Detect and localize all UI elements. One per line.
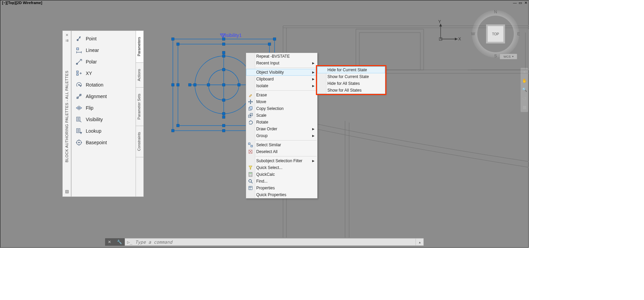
- submenu-item-show-for-current-state[interactable]: Show for Current State: [317, 73, 385, 80]
- minimize-button[interactable]: —: [512, 1, 517, 5]
- palette-item-xy[interactable]: XY: [73, 68, 134, 79]
- close-button[interactable]: ✕: [523, 1, 528, 5]
- grip[interactable]: [188, 83, 191, 86]
- svg-point-49: [249, 175, 250, 176]
- grip[interactable]: [222, 83, 225, 86]
- submenu-arrow-icon: ▶: [312, 126, 315, 132]
- grip[interactable]: [222, 129, 225, 132]
- ucs-icon[interactable]: X Y: [437, 22, 461, 47]
- submenu-item-show-for-all-states[interactable]: Show for All States: [317, 87, 385, 94]
- nav-showmotion-icon[interactable]: ▦: [522, 105, 527, 110]
- viewcube[interactable]: N S E W TOP: [472, 10, 519, 58]
- palette-pin-icon[interactable]: ⇉: [64, 38, 69, 43]
- menu-item-erase[interactable]: Erase: [246, 92, 317, 98]
- navigation-bar: ⌖ ✋ 🔍 ⭯ ▦: [521, 68, 528, 112]
- command-customize-icon[interactable]: 🔧: [117, 240, 122, 244]
- maximize-button[interactable]: ▭: [518, 1, 523, 5]
- menu-item-draw-order[interactable]: Draw Order▶: [246, 126, 317, 132]
- svg-rect-52: [249, 186, 252, 190]
- menu-item-rotate[interactable]: Rotate: [246, 119, 317, 126]
- menu-item-quickcalc[interactable]: QuickCalc: [246, 171, 317, 178]
- grip[interactable]: [172, 83, 174, 86]
- palette-tab-actions[interactable]: Actions: [136, 63, 143, 88]
- submenu-arrow-icon: ▶: [312, 76, 315, 82]
- selsim-icon: [248, 142, 253, 148]
- grip[interactable]: [172, 129, 174, 132]
- grip[interactable]: [222, 55, 225, 57]
- palette-handle[interactable]: ✕ ⇉ BLOCK AUTHORING PALETTES - ALL PALET…: [62, 31, 71, 197]
- palette-item-flip[interactable]: Flip: [73, 102, 134, 114]
- menu-item-object-visibility[interactable]: Object Visibility▶: [246, 69, 317, 76]
- menu-item-scale[interactable]: Scale: [246, 112, 317, 119]
- erase-icon: [248, 92, 253, 98]
- menu-item-quick-properties[interactable]: Quick Properties: [246, 191, 317, 198]
- grip[interactable]: [238, 83, 240, 86]
- palette-item-alignment[interactable]: Alignment: [73, 91, 134, 102]
- grip[interactable]: [177, 83, 179, 86]
- grip[interactable]: [268, 43, 271, 45]
- viewcube-west[interactable]: W: [471, 32, 475, 36]
- context-menu: Repeat -BVSTATERecent Input▶Object Visib…: [246, 53, 318, 199]
- submenu-item-hide-for-all-states[interactable]: Hide for All States: [317, 80, 385, 87]
- viewcube-east[interactable]: E: [517, 32, 520, 36]
- menu-item-properties[interactable]: Properties: [246, 185, 317, 191]
- grip[interactable]: [177, 124, 179, 127]
- palette-tab-parameter-sets[interactable]: Parameter Sets: [136, 88, 143, 126]
- grip[interactable]: [222, 51, 225, 54]
- grip[interactable]: [222, 43, 225, 45]
- visibility-parameter-label[interactable]: Visibility1: [222, 33, 242, 38]
- palette-close-icon[interactable]: ✕: [64, 33, 69, 38]
- submenu-item-hide-for-current-state[interactable]: Hide for Current State: [317, 67, 385, 73]
- nav-pan-icon[interactable]: ✋: [522, 78, 527, 84]
- command-input[interactable]: [135, 239, 414, 245]
- grip[interactable]: [194, 83, 196, 86]
- svg-marker-33: [250, 103, 251, 104]
- palette-item-rotation[interactable]: Rotation: [73, 79, 134, 91]
- menu-item-repeat-bvstate[interactable]: Repeat -BVSTATE: [246, 53, 317, 60]
- grip[interactable]: [222, 112, 225, 115]
- palette-tab-constraints[interactable]: Constraints: [136, 126, 143, 157]
- svg-point-24: [79, 142, 80, 143]
- menu-item-group[interactable]: Group▶: [246, 132, 317, 139]
- grip[interactable]: [222, 99, 225, 101]
- menu-item-find[interactable]: Find...: [246, 178, 317, 185]
- menu-item-clipboard[interactable]: Clipboard▶: [246, 76, 317, 82]
- menu-item-copy-selection[interactable]: Copy Selection: [246, 105, 317, 112]
- viewport-label[interactable]: [−][Top][2D Wireframe]: [1, 1, 42, 5]
- viewcube-face-top[interactable]: TOP: [487, 26, 504, 42]
- wcs-dropdown[interactable]: WCS: [500, 54, 517, 59]
- menu-item-recent-input[interactable]: Recent Input▶: [246, 60, 317, 67]
- palette-item-polar[interactable]: Polar: [73, 56, 134, 68]
- command-close-icon[interactable]: ✕: [108, 240, 111, 244]
- palette-tab-parameters[interactable]: Parameters: [136, 31, 143, 63]
- grip[interactable]: [222, 116, 225, 118]
- palette-item-visibility[interactable]: Visibility: [73, 114, 134, 125]
- grip[interactable]: [172, 38, 174, 40]
- svg-marker-22: [80, 132, 82, 134]
- menu-item-move[interactable]: Move: [246, 98, 317, 105]
- palette-item-lookup[interactable]: Lookup: [73, 125, 134, 137]
- svg-point-50: [251, 175, 251, 176]
- command-recent-button[interactable]: ▴: [416, 238, 424, 246]
- viewcube-south[interactable]: S: [494, 54, 497, 58]
- grip[interactable]: [177, 43, 179, 45]
- palette-options-icon[interactable]: ▤: [65, 189, 69, 194]
- menu-item-subobject-selection-filter[interactable]: Subobject Selection Filter▶: [246, 157, 317, 164]
- viewcube-north[interactable]: N: [494, 10, 497, 14]
- menu-item-quick-select[interactable]: Quick Select...: [246, 164, 317, 171]
- svg-rect-37: [250, 107, 252, 109]
- grip[interactable]: [222, 124, 225, 127]
- palette-item-basepoint[interactable]: Basepoint: [73, 137, 134, 148]
- nav-zoom-icon[interactable]: 🔍: [522, 87, 527, 93]
- grip[interactable]: [222, 68, 225, 71]
- menu-item-isolate[interactable]: Isolate▶: [246, 82, 317, 89]
- menu-item-select-similar[interactable]: Select Similar: [246, 142, 317, 148]
- menu-item-deselect-all[interactable]: Deselect All: [246, 148, 317, 155]
- nav-orbit-icon[interactable]: ⭯: [522, 96, 527, 101]
- svg-point-11: [76, 63, 78, 64]
- nav-fullnav-icon[interactable]: ⌖: [522, 70, 527, 75]
- palette-item-point[interactable]: Point: [73, 33, 134, 44]
- grip[interactable]: [207, 83, 210, 86]
- palette-item-linear[interactable]: Linear: [73, 44, 134, 56]
- grip[interactable]: [273, 38, 276, 40]
